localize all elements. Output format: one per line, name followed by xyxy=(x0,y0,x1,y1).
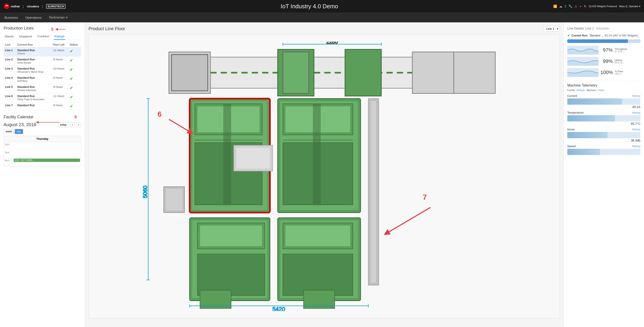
cell-run: Standard RunCheers xyxy=(16,48,51,56)
table-row[interactable]: Line 2 Standard RunGood Burger -8 Hours … xyxy=(4,56,81,66)
telemetry-bar-inner-speed xyxy=(567,149,600,155)
metric-value-uptime: 99% xyxy=(600,58,613,64)
telemetry-row-speed: Speed History xyxy=(567,144,640,155)
table-row[interactable]: Line 5 Standard RunWonka Industries -9 H… xyxy=(4,84,81,93)
telemetry-container: Current History 49.1A Temperature Histor… xyxy=(567,94,640,155)
redhat-text: redhat xyxy=(11,5,20,8)
user-info[interactable]: Mary Q. Operator ▾ xyxy=(619,5,640,8)
nav-operations[interactable]: Operations xyxy=(25,15,42,20)
dollar-icon: $ xyxy=(564,4,566,8)
cell-run: Standard RunOlivia Pope & Associates xyxy=(16,93,51,102)
cloud-icon: ☁ xyxy=(559,4,562,8)
telemetry-history-noise[interactable]: History xyxy=(632,128,640,131)
telemetry-bar-outer-current xyxy=(567,98,640,105)
logo-divider1: | xyxy=(23,4,24,8)
tab-atlanta[interactable]: Atlanta xyxy=(4,33,14,40)
tab-singapore[interactable]: Singapore xyxy=(18,33,33,40)
facility-name: Raleigh xyxy=(576,89,584,92)
cell-status: ✔ xyxy=(68,48,81,56)
refresh-icon[interactable]: ↻ xyxy=(584,4,586,8)
table-row[interactable]: Line 6 Standard RunOlivia Pope & Associa… xyxy=(4,93,81,102)
metric-labels-throughput: Throughput 97 of 10... xyxy=(614,48,627,53)
cell-status: ✔ xyxy=(68,66,81,75)
time-slot-3pm: 3pm xyxy=(4,150,81,158)
arrow-5 xyxy=(54,26,68,33)
tab-raleigh[interactable]: Raleigh xyxy=(54,33,65,40)
cell-status: ✔ xyxy=(68,84,81,93)
calendar-event[interactable]: 4:04 - 8:07 10000... xyxy=(14,158,80,162)
floor-plan[interactable]: 2250 5060 xyxy=(88,34,560,318)
col-current-run: Current Run xyxy=(16,42,51,48)
metric-sublabel-throughput: 97 of 10... xyxy=(614,50,627,53)
metric-sublabel-pass: 100 o... xyxy=(615,73,623,75)
table-row[interactable]: Line 1 Standard RunCheers -11 Hours ✔ xyxy=(4,48,81,56)
cell-time: -8 Hours xyxy=(51,75,68,84)
line-details-header: Line Details: Line 1 RALEIGH xyxy=(567,26,640,31)
telemetry-history-temperature[interactable]: History xyxy=(632,111,640,114)
progress-bar-fill xyxy=(567,39,628,43)
telemetry-value-temperature: 85.7°C xyxy=(567,122,640,126)
nav-technician[interactable]: Technician ∨ xyxy=(49,16,68,20)
location-subtitle: RALEIGH xyxy=(596,27,609,30)
time-content-4pm: 4:04 - 8:07 10000... xyxy=(13,158,81,163)
metric-labels-pass: % Pass 100 o... xyxy=(615,70,623,75)
svg-text:5420: 5420 xyxy=(272,306,285,311)
section-divider xyxy=(567,80,640,80)
line-selector[interactable]: Line 1 Line 2 Line 3 Line 4 Line 5 Line … xyxy=(544,26,560,32)
run-check-icon: ✔ xyxy=(567,33,570,38)
week-view-button[interactable]: week xyxy=(4,129,14,134)
wifi-icon: 📶 xyxy=(553,4,557,8)
time-3pm: 3pm xyxy=(4,150,13,154)
table-row[interactable]: Line 7 Standard Run -9 Hours ✔ xyxy=(4,102,81,110)
cloudera-text: cloudera xyxy=(27,5,39,8)
time-slot-4pm: 4pm 4:04 - 8:07 10000... xyxy=(4,158,81,166)
redhat-logo: redhat xyxy=(4,3,20,10)
cell-time: -8 Hours xyxy=(51,56,68,66)
telemetry-bar-outer-temperature xyxy=(567,115,640,122)
time-content-3pm xyxy=(13,150,81,151)
metric-row-uptime: 99% Uptime 99 of 10... xyxy=(567,57,640,66)
calendar-date: August 23, 2018 xyxy=(4,122,36,127)
telemetry-subtitle: Facility: Raleigh Machine: Chiller xyxy=(567,89,640,92)
cell-status: ✔ xyxy=(68,93,81,102)
table-row[interactable]: Line 4 Standard RunDuff Beer -8 Hours ✔ xyxy=(4,75,81,84)
cell-time: -9 Hours xyxy=(51,84,68,93)
telemetry-history-speed[interactable]: History xyxy=(632,145,640,148)
run-label: Current Run: xyxy=(572,34,588,37)
metric-row-throughput: 97% Throughput 97 of 10... xyxy=(567,46,640,54)
top-bar-right: 📶 ☁ $ 🔧 ⚠ ● ↻ 23,433 Widgets Produced Ma… xyxy=(553,4,641,8)
telemetry-history-current[interactable]: History xyxy=(632,94,640,98)
svg-rect-7 xyxy=(283,52,309,93)
cell-status: ✔ xyxy=(68,102,81,110)
cell-line: Line 5 xyxy=(4,84,16,93)
cell-line: Line 3 xyxy=(4,66,16,75)
right-panel-title: Line Details: Line 1 RALEIGH xyxy=(567,26,640,31)
widgets-count: 23,433 Widgets Produced xyxy=(589,5,617,8)
metric-row-pass: 100% % Pass 100 o... xyxy=(567,68,640,77)
svg-rect-5 xyxy=(172,54,208,91)
warning-icon: ⚠ xyxy=(574,4,577,8)
telemetry-bar-inner-temperature xyxy=(567,115,615,122)
table-row[interactable]: Line 3 Standard RunOllivander's Wand Sho… xyxy=(4,66,81,75)
cell-status: ✔ xyxy=(68,56,81,66)
time-2pm: 2pm xyxy=(4,142,13,146)
tab-frankfurt[interactable]: Frankfurt xyxy=(37,33,50,40)
telemetry-header-temperature: Temperature History xyxy=(567,111,640,114)
svg-rect-32 xyxy=(313,104,321,205)
col-time-left: Time Left xyxy=(51,42,68,48)
prev-button[interactable]: ‹ xyxy=(70,122,75,127)
svg-text:5060: 5060 xyxy=(142,186,148,198)
second-nav: Business Operations Technician ∨ xyxy=(0,12,644,22)
metric-chart-throughput xyxy=(567,46,598,54)
telemetry-row-current: Current History 49.1A xyxy=(567,94,640,109)
next-button[interactable]: › xyxy=(76,122,81,127)
nav-business[interactable]: Business xyxy=(4,15,18,20)
svg-text:6: 6 xyxy=(158,110,162,118)
annotation-8: 8 xyxy=(74,115,77,120)
cell-run: Standard RunWonka Industries xyxy=(16,84,51,93)
telemetry-label-noise: Noise xyxy=(567,128,575,131)
logo-divider2: | xyxy=(42,4,43,8)
metric-label-uptime: Uptime xyxy=(614,59,624,62)
day-view-button[interactable]: day xyxy=(15,129,23,134)
metric-label-throughput: Throughput xyxy=(614,48,627,50)
